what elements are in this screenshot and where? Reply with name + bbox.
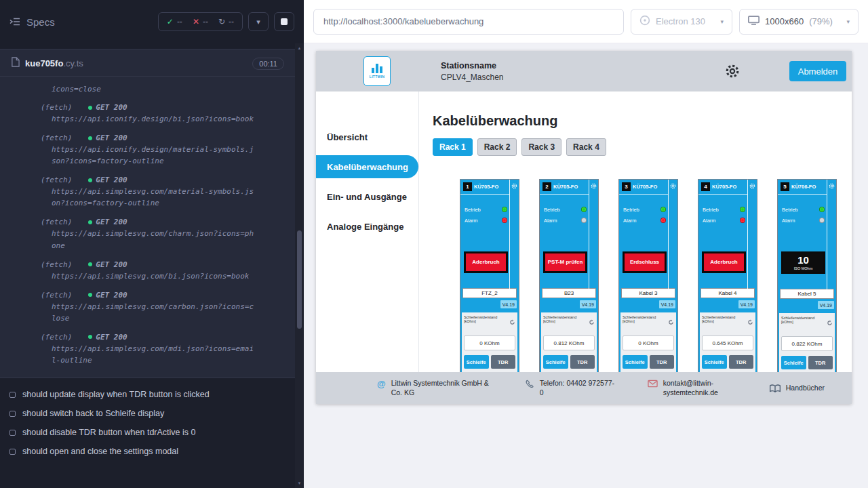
test-state-icon — [9, 430, 16, 436]
refresh-icon[interactable] — [589, 319, 595, 325]
device-gear-icon[interactable] — [511, 183, 517, 289]
alarm-row: Alarm — [623, 215, 666, 226]
status-display: Aderbruch — [464, 251, 508, 273]
device-card: 1 KÜ705-FO Betrieb Alarm Aderbruch FTZ_2… — [460, 179, 519, 377]
fetch-log-entry[interactable]: (fetch)GET 200 https://api.simplesvg.com… — [41, 174, 284, 209]
schleife-button[interactable]: Schleife — [464, 355, 489, 369]
betrieb-row: Betrieb — [782, 204, 825, 215]
pending-icon: ↻ — [218, 17, 225, 26]
test-item[interactable]: should update display when TDR button is… — [9, 385, 285, 404]
app-under-test: LITTWIN Stationsname CPLV4_Maschen Abmel… — [316, 51, 852, 404]
scroll-up-icon[interactable]: ▲ — [295, 46, 304, 50]
specs-menu-icon[interactable] — [9, 16, 20, 27]
specs-label[interactable]: Specs — [26, 16, 55, 28]
tab-rack-4[interactable]: Rack 4 — [566, 138, 606, 156]
browser-name: Electron 130 — [656, 16, 705, 26]
device-model: KÜ705-FO — [474, 184, 498, 190]
footer-email[interactable]: kontakt@littwin-systemtechnik.de — [648, 379, 738, 397]
betrieb-led — [502, 207, 507, 212]
fetch-log-entry[interactable]: (fetch)GET 200 https://api.simplesvg.com… — [41, 331, 284, 366]
device-card: 2 KÜ705-FO Betrieb Alarm PST-M prüfen B2… — [539, 179, 599, 377]
logout-button[interactable]: Abmelden — [789, 61, 846, 81]
browser-select[interactable]: Electron 130 ▾ — [631, 9, 732, 35]
test-item[interactable]: should disable TDR button when tdrActive… — [9, 423, 285, 442]
cable-name-field[interactable]: Kabel 5 — [780, 289, 834, 299]
status-text: Aderbruch — [472, 259, 499, 266]
scroll-down-icon[interactable]: ▼ — [295, 481, 304, 485]
sidebar-item-kabelueberwachung[interactable]: Kabelüberwachung — [316, 155, 418, 178]
device-gear-icon[interactable] — [749, 183, 755, 289]
status-display: 10 ISO MOhm — [781, 251, 825, 274]
alarm-row: Alarm — [544, 215, 587, 226]
refresh-icon[interactable] — [747, 319, 753, 325]
main-content: Kabelüberwachung Rack 1 Rack 2 Rack 3 Ra… — [419, 92, 852, 404]
fetch-log-entry[interactable]: (fetch)GET 200 https://api.simplesvg.com… — [41, 216, 284, 251]
firmware-version: V4.19 — [580, 300, 596, 308]
refresh-icon[interactable] — [668, 319, 674, 325]
tab-rack-1[interactable]: Rack 1 — [433, 138, 473, 156]
fetch-log-entry[interactable]: (fetch)GET 200 https://api.iconify.desig… — [41, 132, 284, 167]
tdr-button[interactable]: TDR — [808, 356, 833, 369]
pending-count: -- — [229, 17, 234, 26]
cable-name-field[interactable]: FTZ_2 — [462, 288, 517, 298]
device-gear-icon[interactable] — [591, 183, 597, 289]
app-body: Übersicht Kabelüberwachung Ein- und Ausg… — [316, 92, 852, 404]
refresh-icon[interactable] — [827, 320, 833, 326]
failed-stat: ✕ -- — [193, 17, 208, 26]
measurement-panel: Schleifenwiderstand [kOhm] 0.645 KOhm Sc… — [700, 312, 755, 380]
tdr-button[interactable]: TDR — [491, 355, 516, 369]
cable-name-field[interactable]: Kabel 4 — [701, 288, 755, 298]
status-display: Aderbruch — [702, 251, 746, 273]
settings-gear-icon[interactable] — [725, 64, 740, 79]
test-state-icon — [9, 392, 16, 398]
tdr-button[interactable]: TDR — [650, 355, 675, 369]
schleife-button[interactable]: Schleife — [623, 355, 648, 369]
sidebar-item-ein-und-ausgaenge[interactable]: Ein- und Ausgänge — [316, 185, 418, 208]
fetch-log-entry[interactable]: (fetch)GET 200 https://api.simplesvg.com… — [41, 259, 284, 282]
device-model: KÜ705-FO — [712, 184, 736, 190]
test-item[interactable]: should open and close the settings modal — [9, 442, 285, 461]
schleife-button[interactable]: Schleife — [543, 355, 568, 369]
app-sidebar: Übersicht Kabelüberwachung Ein- und Ausg… — [316, 92, 419, 404]
fetch-log-entry[interactable]: (fetch)GET 200 https://api.simplesvg.com… — [41, 289, 284, 324]
stop-icon — [281, 18, 288, 25]
cable-name-field[interactable]: B23 — [542, 288, 596, 298]
fetch-log-entry[interactable]: (fetch)GET 200 https://api.iconify.desig… — [41, 102, 284, 125]
device-gear-icon[interactable] — [670, 183, 676, 289]
sidebar-item-uebersicht[interactable]: Übersicht — [316, 125, 418, 148]
betrieb-row: Betrieb — [703, 204, 745, 215]
tdr-button[interactable]: TDR — [729, 355, 754, 369]
tdr-button[interactable]: TDR — [570, 355, 595, 369]
status-display: PST-M prüfen — [543, 251, 587, 273]
sidebar-item-analoge-eingaenge[interactable]: Analoge Eingänge — [316, 215, 418, 238]
stop-tests-button[interactable] — [274, 12, 294, 31]
version-row: V4.19 — [542, 300, 596, 308]
collapse-all-button[interactable]: ▾ — [248, 12, 269, 31]
card-side-strip — [509, 180, 519, 289]
footer-manuals[interactable]: Handbücher — [770, 384, 825, 393]
card-side-strip — [589, 180, 598, 289]
viewport-select[interactable]: 1000x660 (79%) ▾ — [739, 9, 859, 35]
rack-tabs: Rack 1 Rack 2 Rack 3 Rack 4 — [433, 138, 852, 156]
alarm-led — [740, 218, 745, 223]
test-item[interactable]: should switch back to Schleife display — [9, 404, 285, 423]
device-gear-icon[interactable] — [829, 183, 835, 289]
cable-name-field[interactable]: Kabel 3 — [621, 288, 675, 298]
scrollbar-thumb[interactable] — [297, 230, 302, 329]
alarm-row: Alarm — [465, 215, 507, 226]
card-buttons: Schleife TDR — [781, 356, 833, 369]
card-header: 2 KÜ705-FO — [540, 180, 589, 195]
spec-header[interactable]: kue705fo.cy.ts 00:11 — [0, 49, 295, 77]
passed-count: -- — [177, 17, 182, 26]
url-input[interactable] — [313, 9, 624, 35]
tab-rack-3[interactable]: Rack 3 — [521, 138, 561, 156]
schleife-button[interactable]: Schleife — [781, 356, 806, 369]
measurement-value: 0.812 KOhm — [543, 336, 595, 350]
card-header: 3 KÜ705-FO — [619, 180, 668, 195]
cypress-reporter: Specs ✓ -- ✕ -- ↻ -- ▾ kue705fo.cy.ts 00… — [0, 0, 304, 488]
schleife-button[interactable]: Schleife — [702, 355, 727, 369]
reporter-scrollbar[interactable]: ▲ ▼ — [295, 43, 304, 488]
refresh-icon[interactable] — [509, 319, 515, 325]
tab-rack-2[interactable]: Rack 2 — [477, 138, 517, 156]
spec-extension: .cy.ts — [63, 58, 83, 68]
